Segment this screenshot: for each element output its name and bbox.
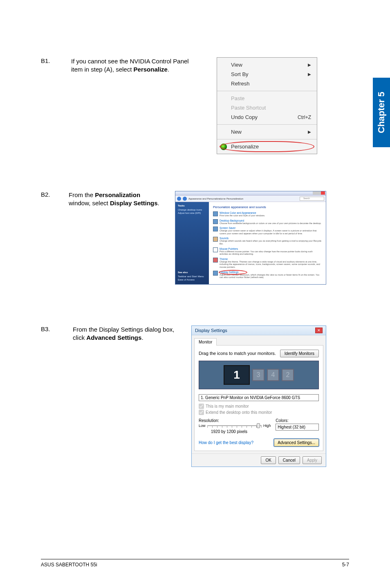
personalization-heading: Personalize appearance and sounds	[213, 205, 322, 209]
identify-monitors-button[interactable]: Identify Monitors	[280, 350, 319, 357]
ok-button[interactable]: OK	[261, 456, 276, 464]
step-num: B3.	[41, 325, 56, 467]
chk-extend-desktop: Extend the desktop onto this monitor	[199, 410, 319, 415]
screen-saver-icon	[213, 227, 218, 231]
ctx-new[interactable]: New ▶	[217, 127, 317, 137]
monitor-2[interactable]: 2	[282, 369, 294, 381]
personalize-icon	[220, 144, 227, 150]
colors-select[interactable]: Highest (32 bit)	[276, 424, 319, 431]
nav-forward-icon[interactable]	[183, 197, 187, 201]
dialog-title: Display Settings	[195, 328, 227, 333]
monitor-1[interactable]: 1	[224, 365, 250, 385]
window-buttons[interactable]	[313, 191, 325, 195]
cancel-button[interactable]: Cancel	[278, 456, 300, 464]
sounds-icon	[213, 237, 218, 242]
link-sounds[interactable]: Sounds Change which sounds are heard whe…	[213, 237, 322, 245]
link-display-settings[interactable]: Display Settings Adjust your monitor res…	[213, 271, 322, 279]
link-mouse-pointers[interactable]: Mouse Pointers Pick a different mouse po…	[213, 247, 322, 256]
link-theme[interactable]: Theme Change the theme. Themes can chang…	[213, 258, 322, 269]
link-desktop-background[interactable]: Desktop Background Choose from available…	[213, 219, 322, 225]
page-footer: ASUS SABERTOOTH 55i 5-7	[41, 559, 349, 568]
display-settings-dialog: Display Settings ✕ Monitor Drag the icon…	[191, 325, 326, 467]
step-num: B1.	[41, 57, 56, 154]
footer-right: 5-7	[342, 562, 349, 568]
sidebar-ease-of-access[interactable]: Ease of Access	[178, 278, 206, 281]
monitor-panel: Drag the icons to match your monitors. I…	[194, 345, 323, 451]
sidebar-change-desktop-icons[interactable]: Change desktop icons	[178, 209, 206, 211]
display-settings-icon	[213, 271, 218, 276]
window-color-icon	[213, 211, 218, 216]
monitor-3[interactable]: 3	[252, 369, 264, 381]
breadcrumb[interactable]: Appearance and Personalization ▸ Persona…	[188, 197, 298, 200]
desktop-context-menu: View ▶ Sort By ▶ Refresh Paste	[217, 57, 317, 154]
ctx-paste-shortcut: Paste Shortcut	[217, 103, 317, 112]
chapter-tab-label: Chapter 5	[376, 92, 387, 133]
resolution-value: 1920 by 1200 pixels	[211, 429, 271, 434]
display-settings-screenshot: Display Settings ✕ Monitor Drag the icon…	[191, 325, 326, 467]
dialog-titlebar: Display Settings ✕	[192, 326, 326, 335]
step-text: From the Display Settings dialog box, cl…	[73, 325, 175, 467]
advanced-settings-button[interactable]: Advanced Settings...	[274, 439, 319, 447]
address-bar: Appearance and Personalization ▸ Persona…	[175, 195, 326, 202]
ctx-personalize[interactable]: Personalize	[217, 142, 317, 151]
colors-label: Colors:	[276, 418, 319, 423]
personalization-window-screenshot: Appearance and Personalization ▸ Persona…	[175, 191, 326, 285]
nav-back-icon[interactable]	[177, 197, 181, 201]
ctx-undo-copy[interactable]: Undo Copy Ctrl+Z	[217, 112, 317, 122]
footer-left: ASUS SABERTOOTH 55i	[41, 562, 97, 568]
monitor-layout-area[interactable]: 1 3 4 2	[199, 361, 319, 389]
chk-main-monitor: This is my main monitor	[199, 404, 319, 409]
personalization-main: Personalize appearance and sounds Window…	[209, 202, 326, 284]
drag-instruction: Drag the icons to match your monitors.	[199, 351, 276, 356]
resolution-label: Resolution:	[199, 418, 271, 423]
monitor-select[interactable]: 1. Generic PnP Monitor on NVIDIA GeForce…	[199, 394, 319, 401]
ctx-paste: Paste	[217, 94, 317, 103]
tab-monitor[interactable]: Monitor	[194, 338, 217, 346]
ctx-view[interactable]: View ▶	[217, 60, 317, 70]
step-text: From the Personalization window, select …	[69, 191, 163, 285]
step-text: If you cannot see the NVIDIA Control Pan…	[71, 57, 202, 154]
tasks-sidebar: Tasks Change desktop icons Adjust font s…	[175, 202, 209, 284]
desktop-background-icon	[213, 219, 218, 224]
theme-icon	[213, 258, 218, 263]
search-input[interactable]: Search	[300, 197, 324, 201]
ctx-sort-by[interactable]: Sort By ▶	[217, 70, 317, 79]
link-window-color[interactable]: Window Color and Appearance Fine tune th…	[213, 211, 322, 217]
submenu-arrow-icon: ▶	[308, 63, 311, 67]
ctx-refresh[interactable]: Refresh	[217, 79, 317, 88]
sidebar-adjust-font-size[interactable]: Adjust font size (DPI)	[178, 212, 206, 214]
resolution-slider[interactable]: Low High	[199, 424, 271, 428]
context-menu-screenshot: View ▶ Sort By ▶ Refresh Paste	[217, 57, 317, 154]
step-b3: B3. From the Display Settings dialog box…	[41, 325, 349, 467]
link-screen-saver[interactable]: Screen Saver Change your screen saver or…	[213, 227, 322, 235]
help-link[interactable]: How do I get the best display?	[199, 440, 253, 445]
submenu-arrow-icon: ▶	[308, 130, 311, 134]
slider-thumb[interactable]	[257, 423, 260, 428]
sidebar-taskbar-start-menu[interactable]: Taskbar and Start Menu	[178, 275, 206, 278]
close-icon[interactable]: ✕	[315, 328, 323, 333]
personalization-window: Appearance and Personalization ▸ Persona…	[175, 191, 326, 285]
apply-button[interactable]: Apply	[303, 456, 322, 464]
chapter-tab: Chapter 5	[373, 78, 390, 147]
step-num: B2.	[41, 191, 56, 285]
ctx-shortcut: Ctrl+Z	[298, 114, 311, 120]
submenu-arrow-icon: ▶	[308, 72, 311, 76]
sidebar-seealso-heading: See also	[178, 271, 206, 274]
window-titlebar	[175, 191, 326, 195]
step-b2: B2. From the Personalization window, sel…	[41, 191, 349, 285]
sidebar-tasks-heading: Tasks	[178, 204, 206, 207]
step-b1: B1. If you cannot see the NVIDIA Control…	[41, 57, 349, 154]
monitor-4[interactable]: 4	[267, 369, 279, 381]
mouse-pointers-icon	[213, 247, 218, 252]
